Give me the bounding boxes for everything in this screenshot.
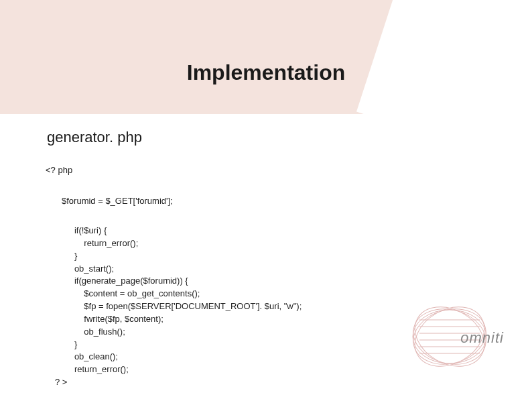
slide-subtitle: generator. php <box>47 129 142 146</box>
slide-header-bg <box>0 0 429 114</box>
omniti-logo-text: omniti <box>460 329 504 347</box>
code-open-tag: <? php <box>46 165 72 175</box>
code-line-assignment: $forumid = $_GET['forumid']; <box>62 196 173 206</box>
code-body: if(!$uri) { return_error(); } ob_start()… <box>55 225 302 389</box>
slide-title: Implementation <box>0 60 532 85</box>
